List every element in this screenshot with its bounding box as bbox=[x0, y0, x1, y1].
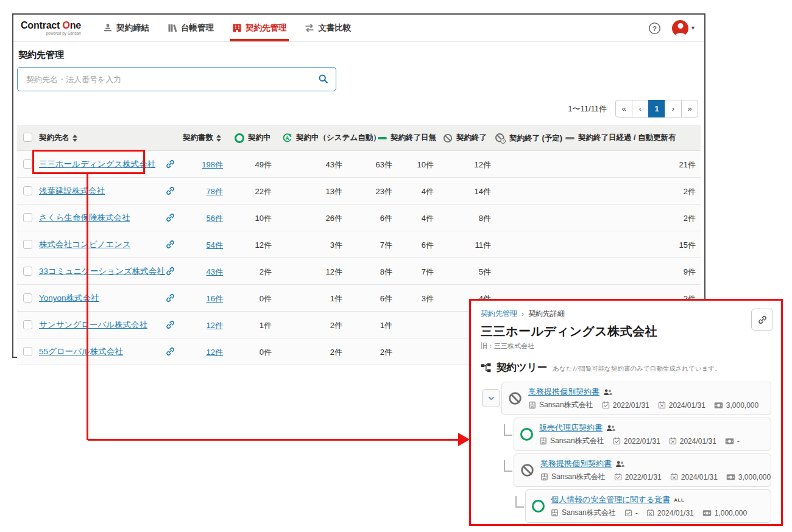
prev-page-button[interactable]: ‹ bbox=[632, 100, 649, 117]
status-count-cell: 8件 bbox=[434, 213, 491, 224]
copy-link-button[interactable] bbox=[751, 309, 773, 331]
external-link-icon[interactable] bbox=[166, 320, 175, 329]
tree-section-title: 契約ツリー bbox=[497, 361, 547, 374]
pager: « ‹ 1 › » bbox=[615, 100, 698, 117]
row-checkbox[interactable] bbox=[23, 186, 32, 195]
start-date-meta: 2022/01/31 bbox=[613, 437, 660, 446]
nav-item-label: 契約締結 bbox=[116, 23, 149, 33]
row-checkbox[interactable] bbox=[23, 347, 32, 356]
contract-one-logo[interactable]: Contract One powered by Sansan bbox=[21, 21, 81, 36]
external-link-icon[interactable] bbox=[166, 186, 175, 195]
external-link-icon[interactable] bbox=[166, 293, 175, 303]
tree-node-body: 販売代理店契約書Sansan株式会社2022/01/312024/01/31- bbox=[539, 422, 740, 446]
nav-item-compare[interactable]: 文書比較 bbox=[305, 15, 351, 41]
status-count-cell: 43件 bbox=[272, 159, 342, 170]
annotation-arrowhead bbox=[458, 433, 470, 446]
breadcrumb-parent-link[interactable]: 契約先管理 bbox=[481, 309, 517, 319]
calendar-check-icon bbox=[624, 509, 632, 517]
header-status-dash-green: 契約終了日無 bbox=[378, 133, 436, 143]
account-menu-button[interactable]: ▼ bbox=[672, 20, 696, 37]
contract-count-link[interactable]: 56件 bbox=[184, 213, 223, 224]
end-date-meta: 2024/01/31 bbox=[670, 473, 718, 481]
status-count-cell: 7件 bbox=[342, 240, 392, 251]
contract-title-link[interactable]: 販売代理店契約書 bbox=[539, 422, 603, 433]
header-label: 契約終了日無 bbox=[391, 133, 436, 143]
contract-count-link[interactable]: 54件 bbox=[184, 240, 223, 251]
external-link-icon[interactable] bbox=[166, 240, 175, 249]
contract-count-link[interactable]: 16件 bbox=[184, 293, 223, 304]
partner-name-link[interactable]: Yonyon株式会社 bbox=[39, 293, 99, 304]
nav-item-stamp[interactable]: 契約締結 bbox=[103, 15, 149, 41]
calendar-x-icon bbox=[669, 437, 677, 445]
contract-title-link[interactable]: 個人情報の安全管理に関する覚書 bbox=[551, 494, 670, 505]
company-name: Sansan株式会社 bbox=[551, 472, 606, 482]
row-checkbox[interactable] bbox=[23, 213, 32, 222]
partner-name-link[interactable]: 株式会社コンビノエンス bbox=[39, 239, 131, 250]
contract-count-link[interactable]: 78件 bbox=[184, 186, 223, 197]
search-icon[interactable] bbox=[318, 74, 328, 84]
contract-title-link[interactable]: 業務提携個別契約書 bbox=[528, 387, 599, 397]
partner-name-link[interactable]: 三三ホールディングス株式会社 bbox=[39, 159, 155, 170]
contract-count-link[interactable]: 198件 bbox=[184, 159, 223, 170]
row-checkbox[interactable] bbox=[23, 320, 32, 329]
partner-name-link[interactable]: サンサングローバル株式会社 bbox=[39, 320, 147, 331]
row-checkbox[interactable] bbox=[23, 159, 32, 169]
row-checkbox[interactable] bbox=[23, 293, 32, 303]
company-name: Sansan株式会社 bbox=[562, 508, 616, 518]
status-count-cell: 1件 bbox=[342, 320, 392, 331]
tree-note: あなたが閲覧可能な契約書のみで自動生成されています。 bbox=[553, 365, 721, 373]
end-date: 2024/01/31 bbox=[681, 473, 718, 481]
collapse-button[interactable] bbox=[482, 389, 500, 407]
building-icon bbox=[232, 23, 242, 33]
all-badge: ALL bbox=[674, 497, 684, 503]
status-active-icon bbox=[532, 500, 545, 513]
tree-node-card: 販売代理店契約書Sansan株式会社2022/01/312024/01/31- bbox=[514, 418, 771, 451]
next-page-button[interactable]: › bbox=[665, 100, 682, 117]
header-partner-name[interactable]: 契約先名 bbox=[39, 133, 77, 143]
nav-item-building[interactable]: 契約先管理 bbox=[232, 15, 287, 41]
partner-name-link[interactable]: 浅葉建設株式会社 bbox=[39, 186, 105, 197]
amount-meta: 3,000,000 bbox=[726, 473, 771, 481]
row-checkbox[interactable] bbox=[23, 267, 32, 276]
nav-item-ledger[interactable]: 台帳管理 bbox=[168, 15, 214, 41]
nav-right: ? ▼ bbox=[648, 20, 696, 37]
tree-icon bbox=[481, 363, 491, 373]
external-link-icon[interactable] bbox=[166, 213, 175, 222]
external-link-icon[interactable] bbox=[166, 347, 175, 356]
status-count-cell: 12件 bbox=[223, 240, 272, 251]
page-title: 契約先管理 bbox=[18, 49, 701, 61]
status-count-cell: 13件 bbox=[272, 186, 342, 197]
contract-count-link[interactable]: 12件 bbox=[184, 347, 223, 358]
first-page-button[interactable]: « bbox=[615, 100, 632, 117]
external-link-icon[interactable] bbox=[166, 159, 175, 169]
status-count-cell: 2件 bbox=[272, 320, 342, 331]
money-icon bbox=[702, 509, 712, 517]
select-all-checkbox[interactable] bbox=[23, 133, 32, 142]
partner-name-link[interactable]: 55グローバル株式会社 bbox=[39, 346, 123, 357]
former-name: 旧：三三株式会社 bbox=[481, 341, 771, 351]
current-page-button[interactable]: 1 bbox=[648, 100, 665, 117]
last-page-button[interactable]: » bbox=[681, 100, 698, 117]
row-checkbox[interactable] bbox=[23, 240, 32, 249]
breadcrumb-separator: › bbox=[522, 310, 524, 318]
header-status-dash-gray: 契約終了日経過 / 自動更新有 bbox=[565, 133, 676, 143]
help-icon[interactable]: ? bbox=[648, 22, 661, 35]
end-date-meta: 2024/01/31 bbox=[658, 401, 705, 410]
status-count-cell: 10件 bbox=[392, 159, 434, 170]
contract-count-link[interactable]: 43件 bbox=[184, 267, 223, 278]
contract-count-link[interactable]: 12件 bbox=[184, 320, 223, 331]
status-auto-renew-icon: A bbox=[282, 133, 292, 143]
partner-name-link[interactable]: さくら生命保険株式会社 bbox=[39, 212, 130, 223]
status-count-cell: 1件 bbox=[272, 293, 342, 304]
header-label: 契約終了 (予定) bbox=[509, 133, 562, 144]
status-count-cell: 5件 bbox=[434, 267, 491, 278]
partner-name-link[interactable]: 33コミュニケーションズ株式会社 bbox=[39, 266, 165, 277]
svg-text:?: ? bbox=[652, 24, 657, 32]
contract-title-link[interactable]: 業務提携個別契約書 bbox=[540, 458, 612, 469]
external-link-icon[interactable] bbox=[166, 267, 175, 276]
amount: 3,000,000 bbox=[738, 473, 771, 481]
status-count-cell: 2件 bbox=[342, 347, 392, 358]
company-meta: Sansan株式会社 bbox=[540, 472, 606, 482]
header-contract-count[interactable]: 契約書数 bbox=[183, 133, 221, 143]
search-input[interactable] bbox=[25, 74, 311, 85]
